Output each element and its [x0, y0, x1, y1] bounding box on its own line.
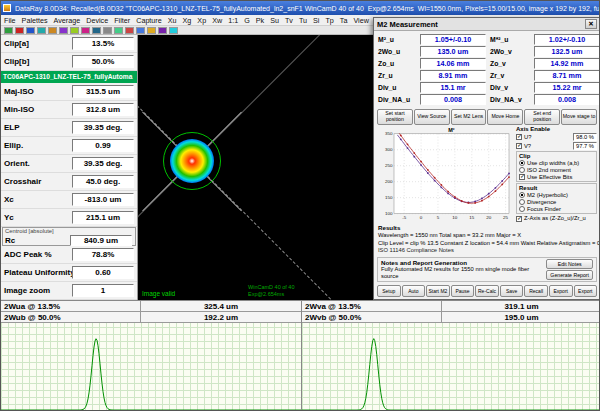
option-label: Divergence — [527, 199, 556, 205]
menu-item[interactable]: Si — [310, 16, 322, 25]
generate-report-button[interactable]: Generate Report — [546, 270, 593, 280]
beam-image-display[interactable]: Image valid WinCamD 40 of 40 Exp@2.654ms — [138, 35, 373, 300]
m2-action-button[interactable]: Recall — [524, 285, 548, 297]
toolbar-button-icon[interactable] — [48, 27, 57, 34]
toolbar-button-icon[interactable] — [70, 27, 79, 34]
profile-width-label: 2Wub @ 50.0% — [1, 312, 141, 322]
menu-item[interactable]: Xw — [209, 16, 225, 25]
m2-dialog-titlebar[interactable]: M2 Measurement ✕ — [374, 18, 600, 31]
misc-rows: ADC Peak % 78.8% Plateau Uniformity 0.60… — [1, 246, 137, 300]
m2-action-button[interactable]: Re-Calc — [475, 285, 499, 297]
measurement-value[interactable]: 1 — [72, 284, 134, 297]
svg-text:200: 200 — [385, 179, 393, 184]
checkbox-z-axis-normalized[interactable] — [516, 216, 522, 222]
m2-action-button[interactable]: Auto Setup — [402, 285, 426, 297]
u-profile-graph[interactable] — [1, 323, 301, 411]
menu-item[interactable]: Xg — [180, 16, 195, 25]
toolbar-button-icon[interactable] — [81, 27, 90, 34]
measurement-value[interactable]: 13.5% — [72, 37, 134, 50]
menu-item[interactable]: File — [1, 16, 19, 25]
menu-item[interactable]: Xp — [194, 16, 209, 25]
window-title: DataRay 8.0D34: Recalled(B.0D32 "TC06APC… — [15, 5, 364, 12]
profile-width-value: 325.4 um — [141, 301, 301, 311]
toolbar-button-icon[interactable] — [114, 27, 123, 34]
measurement-value[interactable]: 78.8% — [72, 248, 134, 261]
menu-item[interactable]: Capture — [133, 16, 165, 25]
menu-item[interactable]: Su — [267, 16, 282, 25]
radio-clip-widths[interactable] — [519, 160, 525, 166]
toolbar-button-icon[interactable] — [4, 27, 13, 34]
toolbar-button-icon[interactable] — [136, 27, 145, 34]
svg-text:150: 150 — [385, 195, 393, 200]
measurement-label: Yc — [1, 213, 72, 222]
results-line: Wavelength = 1550 nm Total span = 33.2 m… — [378, 232, 596, 240]
results-title: Results — [378, 224, 596, 232]
profile-width-label: 2Wvb @ 50.0% — [302, 312, 442, 322]
radio-m2-hyperbolic[interactable] — [519, 192, 525, 198]
toolbar-button-icon[interactable] — [147, 27, 156, 34]
stage-button[interactable]: Move Home — [487, 109, 523, 125]
measurement-label: Ellip. — [1, 141, 72, 150]
measurement-value[interactable]: 0.60 — [72, 266, 134, 279]
toolbar-button-icon[interactable] — [158, 27, 167, 34]
clip-group: Clip Use clip widths (a,b) ISO 2nd momen… — [516, 151, 597, 182]
menu-item[interactable]: Tp — [322, 16, 336, 25]
measurement-row: ELP 39.35 deg. — [1, 119, 137, 137]
m2-action-button[interactable]: Setup — [377, 285, 401, 297]
radio-divergence[interactable] — [519, 199, 525, 205]
v-profile-graph[interactable] — [302, 323, 600, 411]
m2-param-label: M²_u — [378, 36, 416, 43]
menu-item[interactable]: G — [241, 16, 253, 25]
menu-item[interactable]: Device — [83, 16, 111, 25]
m2-action-button[interactable]: Start M2 — [426, 285, 450, 297]
menu-item[interactable]: Ta — [337, 16, 351, 25]
toolbar-button-icon[interactable] — [37, 27, 46, 34]
menu-item[interactable]: Palettes — [19, 16, 51, 25]
m2-dialog-title: M2 Measurement — [377, 20, 438, 29]
stage-button[interactable]: Move stage to — [561, 109, 597, 125]
u-profile-trace — [1, 323, 301, 411]
toolbar-button-icon[interactable] — [103, 27, 112, 34]
menu-item[interactable]: Tu — [296, 16, 310, 25]
menu-item[interactable]: Average — [51, 16, 84, 25]
checkbox-effective-bits[interactable] — [519, 174, 525, 180]
m2-results-table: M²_u 1.05+/-0.10 M*²_u 1.02+/-0.10 2Wo_u… — [374, 31, 600, 108]
result-group-title: Result — [519, 185, 594, 191]
toolbar-button-icon[interactable] — [26, 27, 35, 34]
edit-notes-button[interactable]: Edit Notes — [546, 259, 593, 269]
stage-button[interactable]: Set end position — [524, 109, 560, 125]
radio-focus-finder[interactable] — [519, 206, 525, 212]
m2-action-button[interactable]: Export CSV — [574, 285, 598, 297]
notes-section: Notes and Report Generation Fully Automa… — [377, 257, 597, 282]
checkbox-3d-display[interactable] — [516, 223, 522, 224]
iso-compliance-link[interactable]: ISO 11146 Compliance Notes — [378, 247, 596, 255]
menu-item[interactable]: 1:1 — [225, 16, 241, 25]
result-group: Result M2 (Hyperbolic) Divergence Focus … — [516, 183, 597, 214]
stage-button[interactable]: View Source — [414, 109, 450, 125]
checkbox-u-axis[interactable] — [516, 134, 522, 140]
toolbar-button-icon[interactable] — [59, 27, 68, 34]
checkbox-v-axis[interactable] — [516, 143, 522, 149]
toolbar-button-icon[interactable] — [15, 27, 24, 34]
stage-button[interactable]: Set start position — [377, 109, 413, 125]
toolbar-button-icon[interactable] — [92, 27, 101, 34]
dialog-close-icon[interactable]: ✕ — [585, 19, 597, 29]
toolbar-button-icon[interactable] — [169, 27, 178, 34]
menu-item[interactable]: Tv — [282, 16, 296, 25]
u-axis-fit-quality: 98.0 % — [573, 133, 597, 141]
menu-item[interactable]: View — [350, 16, 371, 25]
axis-enable-title: Axis Enable — [516, 126, 597, 132]
menu-item[interactable]: Pk — [253, 16, 267, 25]
stage-button[interactable]: Set M2 Lens — [451, 109, 487, 125]
m2-action-button[interactable]: Pause — [451, 285, 475, 297]
menu-item[interactable]: Xu — [165, 16, 180, 25]
toolbar-button-icon[interactable] — [125, 27, 134, 34]
measurement-row: Crosshair 45.0 deg. — [1, 173, 137, 191]
m2-action-button[interactable]: Export Data — [549, 285, 573, 297]
measurement-value[interactable]: 50.0% — [72, 55, 134, 68]
measurement-label: Image zoom — [1, 286, 72, 295]
notes-text[interactable]: Fully Automated M2 results for 1550 nm s… — [381, 266, 544, 280]
svg-text:5: 5 — [437, 216, 440, 221]
m2-action-button[interactable]: Save — [500, 285, 524, 297]
menu-item[interactable]: Filter — [111, 16, 133, 25]
